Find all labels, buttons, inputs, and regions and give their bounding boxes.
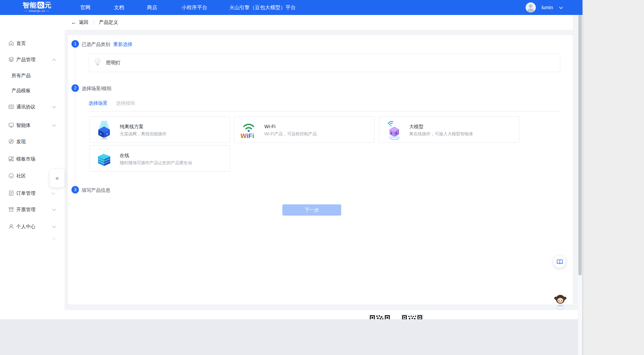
step-3-label: 填写产品信息 — [82, 187, 110, 193]
next-step-button[interactable]: 下一步 — [282, 204, 341, 216]
page-title: 产品定义 — [99, 19, 118, 26]
user-name: lumin — [542, 5, 553, 10]
step-3-badge: 3 — [71, 186, 79, 193]
sidebar-item-personal-center[interactable]: 个人中心 — [0, 220, 65, 233]
template-market-icon — [8, 156, 14, 162]
nav-item-official-site[interactable]: 官网 — [80, 0, 90, 15]
screen: 智能公元 — smartpi.cn — 官网 文档 商店 小程序平台 火山引擎（… — [0, 0, 644, 355]
offline-cube-icon — [94, 119, 114, 140]
tab-select-scene[interactable]: 选择场景 — [88, 100, 108, 106]
top-navbar: 智能公元 — smartpi.cn — 官网 文档 商店 小程序平台 火山引擎（… — [0, 0, 582, 15]
back-arrow-icon: ← — [71, 19, 77, 26]
nav-item-miniprogram-platform[interactable]: 小程序平台 — [182, 0, 207, 15]
layers-icon — [8, 56, 14, 63]
sidebar-item-communication-protocol[interactable]: 通讯协议 — [0, 100, 65, 114]
scene-card-llm[interactable]: 大模型 离在线操作，可接入大模型智能体 — [379, 116, 519, 143]
home-icon — [8, 40, 14, 46]
discover-icon — [8, 138, 14, 145]
page-footer — [0, 310, 578, 319]
online-stack-icon — [94, 148, 114, 169]
brand-logo[interactable]: 智能公元 — smartpi.cn — — [15, 1, 59, 13]
chevron-down-icon — [51, 192, 55, 195]
back-label: 返回 — [79, 19, 88, 26]
scene-card-offline[interactable]: 纯离线方案 无需连网，离线也能操作 — [89, 116, 230, 143]
brand-logo-text: 智能公元 — [15, 1, 59, 9]
sidebar-item-discover[interactable]: 发现 — [0, 135, 65, 148]
qr-code-right — [401, 315, 423, 319]
back-button[interactable]: ← 返回 — [71, 19, 88, 26]
sidebar-item-product-templates[interactable]: 产品模板 — [0, 84, 65, 97]
chevron-up-icon — [52, 58, 56, 61]
assistant-character[interactable] — [554, 294, 567, 310]
tab-divider — [88, 111, 561, 112]
nav-item-store[interactable]: 商店 — [147, 0, 157, 15]
logo-box-glyph: 公 — [37, 2, 44, 9]
agent-icon — [8, 122, 14, 128]
step-2-label: 选择场景/模组 — [82, 86, 112, 92]
profile-icon — [8, 223, 14, 230]
scene-card-desc: Wi-Fi产品，可远程控制产品 — [264, 131, 317, 137]
nav-item-docs[interactable]: 文档 — [114, 0, 124, 15]
scrollbar-track[interactable] — [578, 15, 582, 355]
scrollbar-thumb[interactable] — [578, 15, 582, 275]
sidebar-item-agent[interactable]: 智能体 — [0, 118, 65, 132]
scene-card-desc: 随时随地可操作产品让您的产品更生动 — [120, 160, 192, 166]
scene-card-title: 大模型 — [409, 124, 424, 130]
step-2-badge: 2 — [71, 84, 79, 92]
chevron-down-icon — [559, 4, 563, 11]
community-icon — [8, 173, 14, 179]
tab-select-module[interactable]: 选择模组 — [116, 100, 135, 106]
sidebar-collapse-handle[interactable]: « — [50, 169, 65, 187]
sidebar: 首页 产品管理 所有产品 产品模板 通讯协议 — [0, 15, 65, 319]
brand-subtitle: — smartpi.cn — — [15, 9, 59, 13]
window-edge — [582, 0, 583, 355]
user-menu[interactable]: lumin — [526, 0, 563, 15]
selected-product-card: 照明灯 — [89, 54, 560, 72]
order-icon — [8, 190, 14, 196]
nav-item-volcengine-platform[interactable]: 火山引擎（豆包大模型）平台 — [229, 0, 296, 15]
chevron-down-icon — [52, 106, 56, 108]
step-1-label: 已选产品类别 — [82, 41, 110, 48]
qr-code-left — [369, 315, 391, 319]
titlebar-divider — [94, 20, 94, 25]
scene-card-title: 纯离线方案 — [120, 124, 144, 130]
scene-card-online[interactable]: 在线 随时随地可操作产品让您的产品更生动 — [89, 145, 230, 172]
chevron-down-icon — [52, 225, 56, 228]
sidebar-item-product-management[interactable]: 产品管理 — [0, 53, 65, 66]
scene-card-wifi[interactable]: WiFi Wi-Fi Wi-Fi产品，可远程控制产品 — [234, 116, 375, 143]
sidebar-item-all-products[interactable]: 所有产品 — [0, 69, 65, 82]
protocol-icon — [8, 104, 14, 110]
sidebar-item-home[interactable]: 首页 — [0, 36, 65, 50]
page-titlebar: ← 返回 产品定义 — [65, 15, 573, 30]
reselect-link[interactable]: 重新选择 — [113, 41, 132, 48]
assistant-avatar-icon — [554, 294, 567, 310]
sidebar-more-chevron-down-icon[interactable] — [52, 235, 56, 238]
llm-device-icon — [383, 119, 404, 140]
user-avatar-icon — [526, 2, 536, 13]
scene-card-title: 在线 — [120, 153, 129, 159]
scene-card-desc: 无需连网，离线也能操作 — [120, 131, 167, 137]
docs-floating-button[interactable] — [554, 256, 566, 268]
svg-text:WiFi: WiFi — [241, 132, 254, 139]
sidebar-item-template-market[interactable]: 模板市场 — [0, 152, 65, 166]
chevron-down-icon — [52, 124, 56, 127]
scene-card-desc: 离在线操作，可接入大模型智能体 — [409, 131, 473, 137]
step-1-badge: 1 — [71, 40, 79, 48]
selected-product-name: 照明灯 — [106, 60, 120, 66]
wifi-icon: WiFi — [238, 119, 259, 140]
sidebar-item-order-management[interactable]: 订单管理 — [0, 186, 65, 200]
bulb-icon — [94, 57, 101, 69]
invoice-icon — [8, 206, 14, 213]
sidebar-item-invoice-management[interactable]: 开票管理 — [0, 203, 65, 216]
chevron-down-icon — [52, 208, 56, 211]
scene-card-title: Wi-Fi — [264, 124, 276, 129]
product-definition-panel: 1 已选产品类别 重新选择 照明灯 2 选择场景/模组 选择场景 选择模组 — [68, 35, 573, 304]
desktop-background — [583, 0, 644, 355]
step-connector-line — [75, 48, 75, 186]
open-book-icon — [557, 259, 563, 265]
